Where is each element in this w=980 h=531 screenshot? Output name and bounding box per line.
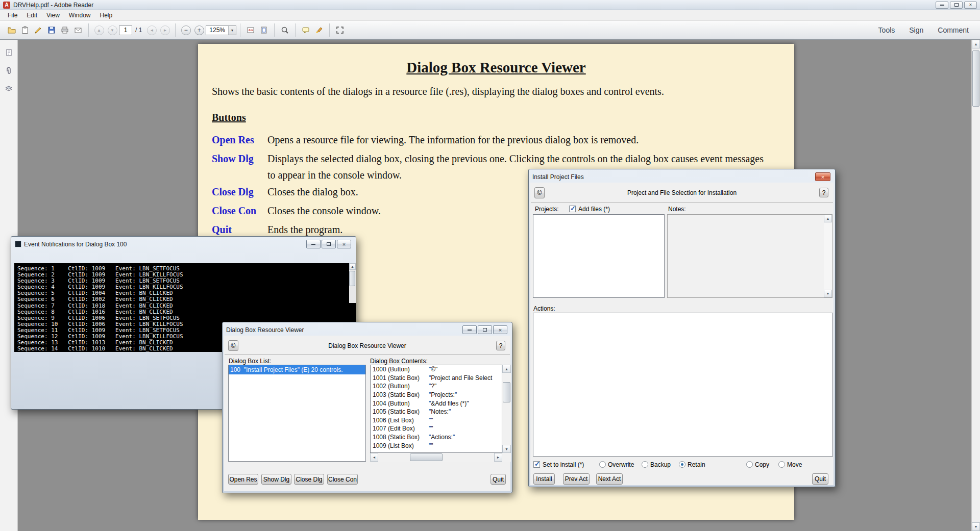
previous-page-icon[interactable]: ▲ [92,23,106,37]
prev-act-button[interactable]: Prev Act [563,473,590,485]
search-icon[interactable] [278,23,291,37]
console-scrollbar[interactable]: ▲ [349,263,356,303]
email-icon[interactable] [71,23,85,37]
fit-width-icon[interactable] [244,23,257,37]
contents-horizontal-scrollbar[interactable]: ◄ ► [370,453,502,462]
add-files-label[interactable]: Add files (*) [578,206,610,213]
zoom-out-icon[interactable]: − [179,23,192,37]
notes-textbox[interactable]: ▲ ▼ [667,214,832,298]
scroll-right-button[interactable]: ► [494,453,502,462]
scroll-left-button[interactable]: ◄ [370,453,378,462]
scroll-up-button[interactable]: ▲ [824,215,832,222]
menu-help[interactable]: Help [95,10,117,21]
move-radio-label[interactable]: Move [787,461,802,468]
page-number-input[interactable] [119,26,132,35]
zoom-level-select[interactable]: 125% ▼ [206,26,236,35]
install-close-button[interactable]: × [815,172,830,181]
scrollbar-thumb[interactable] [972,50,979,107]
save-icon[interactable] [45,23,58,37]
close-con-button[interactable]: Close Con [327,474,358,485]
notes-scrollbar[interactable]: ▲ ▼ [824,215,832,297]
install-quit-button[interactable]: Quit [812,473,828,485]
retain-radio-label[interactable]: Retain [688,461,705,468]
copy-radio-label[interactable]: Copy [755,461,769,468]
viewer-minimize-button[interactable] [462,325,477,334]
sign-pen-icon[interactable] [32,23,45,37]
contents-row[interactable]: 1006 (List Box)"" [371,416,502,425]
app-titlebar[interactable]: A DRVHelp.pdf - Adobe Reader × [0,0,980,10]
previous-view-icon[interactable]: ◄ [145,23,158,37]
scroll-up-button[interactable]: ▲ [349,263,356,270]
console-close-button[interactable]: × [337,240,351,248]
copy-radio[interactable] [746,461,753,468]
scrollbar-thumb[interactable] [503,382,510,402]
contents-row[interactable]: 1003 (Static Box)"Projects:" [371,391,502,399]
contents-list[interactable]: 1000 (Button)"©" 1001 (Static Box)"Proje… [370,365,502,453]
contents-row[interactable]: 1009 (List Box)"" [371,441,502,450]
window-minimize-button[interactable] [936,2,948,9]
move-radio[interactable] [778,461,785,468]
contents-row[interactable]: 1008 (Static Box)"Actions:" [371,433,502,442]
layers-icon[interactable] [3,84,14,95]
set-to-install-label[interactable]: Set to install (*) [543,461,584,468]
overwrite-radio-label[interactable]: Overwrite [608,461,634,468]
viewer-close-button[interactable]: × [493,325,507,334]
fullscreen-icon[interactable] [333,23,347,37]
next-page-icon[interactable]: ▼ [106,23,119,37]
scroll-down-button[interactable]: ▼ [824,290,832,297]
tools-button[interactable]: Tools [878,26,895,34]
set-to-install-checkbox[interactable] [533,461,540,468]
actions-listbox[interactable] [533,313,833,457]
scrollbar-thumb[interactable] [410,453,443,461]
clipboard-icon[interactable] [18,23,32,37]
attachments-icon[interactable] [3,65,14,77]
open-res-button[interactable]: Open Res [228,474,258,485]
contents-row[interactable]: 1005 (Static Box)"Notes:" [371,408,502,416]
scroll-up-button[interactable]: ▲ [502,365,511,373]
fit-page-icon[interactable] [257,23,271,37]
contents-row[interactable]: 1002 (Button)"?" [371,382,502,391]
menu-file[interactable]: File [3,10,22,21]
next-act-button[interactable]: Next Act [596,473,623,485]
contents-vertical-scrollbar[interactable]: ▲ ▼ [502,365,511,453]
window-maximize-button[interactable] [950,2,963,9]
overwrite-radio[interactable] [599,461,606,468]
help-button[interactable]: ? [496,341,505,350]
comment-note-icon[interactable] [299,23,312,37]
console-maximize-button[interactable] [322,240,336,248]
console-minimize-button[interactable] [306,240,321,248]
backup-radio-label[interactable]: Backup [650,461,671,468]
projects-listbox[interactable] [533,214,665,298]
sign-button[interactable]: Sign [909,26,923,34]
comment-button[interactable]: Comment [938,26,969,34]
highlight-icon[interactable] [312,23,326,37]
dialog-box-list[interactable]: 100 "Install Project Files" (E) 20 contr… [228,365,366,462]
list-item[interactable]: 100 "Install Project Files" (E) 20 contr… [229,365,365,374]
scrollbar-thumb[interactable] [349,271,355,286]
contents-row[interactable]: 1001 (Static Box)"Project and File Selec… [371,374,502,383]
viewer-quit-button[interactable]: Quit [491,474,506,485]
print-icon[interactable] [58,23,71,37]
viewer-titlebar[interactable]: Dialog Box Resource Viewer × [224,324,510,336]
menu-edit[interactable]: Edit [22,10,42,21]
scroll-up-button[interactable]: ▲ [972,40,980,48]
window-close-button[interactable]: × [964,2,977,9]
close-dlg-button[interactable]: Close Dlg [294,474,324,485]
zoom-in-icon[interactable]: + [192,23,206,37]
menu-window[interactable]: Window [64,10,95,21]
backup-radio[interactable] [642,461,648,468]
scroll-down-button[interactable]: ▼ [972,522,980,531]
page-thumbnails-icon[interactable] [3,47,14,58]
contents-row[interactable]: 1004 (Button)"&Add files (*)" [371,399,502,408]
scroll-down-button[interactable]: ▼ [502,445,511,453]
chevron-down-icon[interactable]: ▼ [228,26,236,35]
open-file-icon[interactable] [5,23,18,37]
install-titlebar[interactable]: Install Project Files × [530,171,834,183]
viewer-maximize-button[interactable] [478,325,492,334]
console-titlebar[interactable]: Event Notifications for Dialog Box 100 × [13,238,354,250]
install-button[interactable]: Install [533,473,555,485]
help-button[interactable]: ? [819,188,828,197]
menu-view[interactable]: View [42,10,64,21]
contents-row[interactable]: 1000 (Button)"©" [371,365,502,374]
retain-radio[interactable] [679,461,685,468]
